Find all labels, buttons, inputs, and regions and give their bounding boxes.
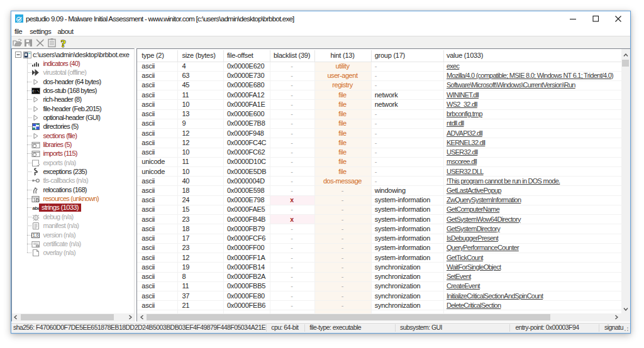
- svg-text:1.0: 1.0: [33, 233, 38, 237]
- svg-text:C:\.: C:\.: [33, 89, 41, 94]
- svg-text:?: ?: [61, 38, 67, 48]
